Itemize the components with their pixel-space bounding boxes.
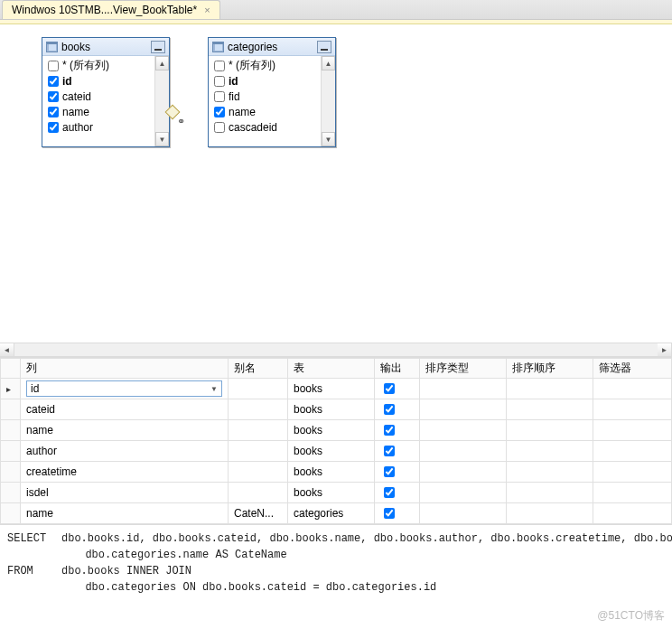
row-header[interactable] bbox=[1, 483, 21, 503]
cell-sort-type[interactable] bbox=[420, 462, 507, 483]
scrollbar[interactable]: ▲ ▼ bbox=[321, 56, 335, 146]
column-checkbox[interactable] bbox=[214, 61, 225, 71]
cell-sort-type[interactable] bbox=[420, 441, 507, 462]
cell-alias[interactable] bbox=[229, 420, 288, 441]
output-checkbox[interactable] bbox=[384, 466, 395, 477]
cell-filter[interactable] bbox=[593, 399, 672, 420]
header-alias[interactable]: 别名 bbox=[229, 359, 288, 379]
table-row[interactable]: id▼books bbox=[1, 379, 672, 399]
cell-sort-type[interactable] bbox=[420, 420, 507, 441]
cell-sort-order[interactable] bbox=[507, 399, 593, 420]
table-row[interactable]: namebooks bbox=[1, 420, 672, 441]
cell-output[interactable] bbox=[375, 483, 420, 503]
cell-sort-type[interactable] bbox=[420, 503, 507, 524]
cell-alias[interactable] bbox=[229, 462, 288, 483]
cell-sort-type[interactable] bbox=[420, 399, 507, 420]
output-checkbox[interactable] bbox=[384, 425, 395, 436]
cell-filter[interactable] bbox=[593, 441, 672, 462]
output-checkbox[interactable] bbox=[384, 404, 395, 415]
cell-sort-order[interactable] bbox=[507, 420, 593, 441]
cell-table[interactable]: books bbox=[288, 420, 375, 441]
row-header[interactable] bbox=[1, 462, 21, 483]
cell-sort-type[interactable] bbox=[420, 379, 507, 399]
scroll-down-button[interactable]: ▼ bbox=[155, 132, 169, 146]
row-header[interactable] bbox=[1, 399, 21, 420]
column-checkbox[interactable] bbox=[48, 107, 59, 117]
row-header[interactable] bbox=[1, 420, 21, 441]
close-icon[interactable]: × bbox=[202, 5, 211, 15]
cell-column[interactable]: name bbox=[21, 503, 229, 524]
cell-sort-order[interactable] bbox=[507, 503, 593, 524]
cell-filter[interactable] bbox=[593, 462, 672, 483]
cell-table[interactable]: books bbox=[288, 462, 375, 483]
output-checkbox[interactable] bbox=[384, 383, 395, 394]
column-row[interactable]: id bbox=[209, 73, 335, 89]
cell-filter[interactable] bbox=[593, 379, 672, 399]
header-sort-order[interactable]: 排序顺序 bbox=[507, 359, 593, 379]
table-row[interactable]: createtimebooks bbox=[1, 462, 672, 483]
table-row[interactable]: authorbooks bbox=[1, 441, 672, 462]
scroll-track[interactable] bbox=[14, 343, 658, 356]
scroll-up-button[interactable]: ▲ bbox=[322, 56, 335, 70]
cell-table[interactable]: categories bbox=[288, 503, 375, 524]
cell-output[interactable] bbox=[375, 441, 420, 462]
cell-sort-type[interactable] bbox=[420, 483, 507, 503]
cell-table[interactable]: books bbox=[288, 441, 375, 462]
column-checkbox[interactable] bbox=[214, 76, 225, 87]
cell-filter[interactable] bbox=[593, 503, 672, 524]
cell-sort-order[interactable] bbox=[507, 462, 593, 483]
cell-alias[interactable]: CateN... bbox=[229, 503, 288, 524]
cell-column[interactable]: createtime bbox=[21, 462, 229, 483]
sql-pane[interactable]: SELECTdbo.books.id, dbo.books.cateid, db… bbox=[0, 524, 672, 601]
column-checkbox[interactable] bbox=[48, 61, 59, 71]
scroll-track[interactable] bbox=[155, 70, 169, 132]
row-header[interactable] bbox=[1, 503, 21, 524]
cell-column[interactable]: id▼ bbox=[21, 379, 229, 399]
scroll-up-button[interactable]: ▲ bbox=[155, 56, 169, 70]
scroll-track[interactable] bbox=[322, 70, 335, 132]
cell-table[interactable]: books bbox=[288, 379, 375, 399]
column-checkbox[interactable] bbox=[214, 122, 225, 133]
column-row[interactable]: fid bbox=[209, 89, 335, 104]
column-row[interactable]: cateid bbox=[42, 89, 169, 104]
column-checkbox[interactable] bbox=[214, 107, 225, 117]
column-all[interactable]: * (所有列) bbox=[209, 58, 335, 73]
diagram-pane[interactable]: books * (所有列) id cateid name bbox=[0, 24, 672, 343]
header-table[interactable]: 表 bbox=[288, 359, 375, 379]
table-row[interactable]: cateidbooks bbox=[1, 399, 672, 420]
output-checkbox[interactable] bbox=[384, 508, 395, 519]
output-checkbox[interactable] bbox=[384, 446, 395, 456]
scroll-right-button[interactable]: ► bbox=[658, 343, 672, 356]
cell-filter[interactable] bbox=[593, 420, 672, 441]
cell-output[interactable] bbox=[375, 420, 420, 441]
minimize-button[interactable] bbox=[317, 41, 331, 53]
row-header[interactable] bbox=[1, 379, 21, 399]
column-checkbox[interactable] bbox=[48, 76, 59, 87]
column-checkbox[interactable] bbox=[48, 91, 59, 102]
cell-alias[interactable] bbox=[229, 483, 288, 503]
row-header[interactable] bbox=[1, 441, 21, 462]
column-checkbox[interactable] bbox=[48, 122, 59, 133]
cell-sort-order[interactable] bbox=[507, 483, 593, 503]
column-all[interactable]: * (所有列) bbox=[42, 58, 169, 73]
minimize-button[interactable] bbox=[151, 41, 165, 53]
table-box-books[interactable]: books * (所有列) id cateid name bbox=[42, 37, 170, 147]
column-row[interactable]: id bbox=[42, 73, 169, 89]
cell-table[interactable]: books bbox=[288, 399, 375, 420]
horizontal-scrollbar[interactable]: ◄ ► bbox=[0, 343, 672, 357]
cell-column[interactable]: name bbox=[21, 420, 229, 441]
column-row[interactable]: cascadeid bbox=[209, 119, 335, 135]
cell-column[interactable]: isdel bbox=[21, 483, 229, 503]
scroll-left-button[interactable]: ◄ bbox=[0, 343, 14, 356]
table-title-bar[interactable]: books bbox=[42, 38, 169, 56]
column-row[interactable]: author bbox=[42, 119, 169, 135]
column-row[interactable]: name bbox=[209, 104, 335, 119]
cell-output[interactable] bbox=[375, 399, 420, 420]
cell-output[interactable] bbox=[375, 462, 420, 483]
cell-column[interactable]: cateid bbox=[21, 399, 229, 420]
cell-output[interactable] bbox=[375, 503, 420, 524]
column-dropdown[interactable]: id▼ bbox=[26, 380, 222, 397]
scroll-down-button[interactable]: ▼ bbox=[322, 132, 335, 146]
header-sort-type[interactable]: 排序类型 bbox=[420, 359, 507, 379]
cell-table[interactable]: books bbox=[288, 483, 375, 503]
